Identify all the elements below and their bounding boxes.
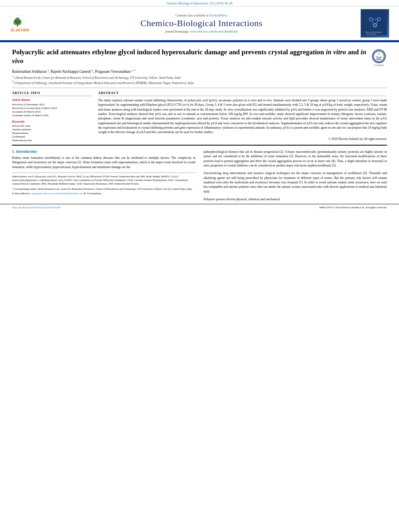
- divider-1: [12, 88, 387, 88]
- crossmark-icon: ✓ Cross Mark: [372, 49, 386, 63]
- email-link-2[interactable]: pvishwanath@yahoo.com: [56, 192, 83, 195]
- svg-text:✓: ✓: [378, 52, 380, 55]
- elsevier-logo-area: ELSEVIER: [8, 9, 44, 38]
- abstract-text: The study explores calcium oxalate cryst…: [98, 98, 387, 134]
- article-info-heading: ARTICLE INFO: [12, 91, 93, 96]
- svg-text:Mark: Mark: [376, 58, 381, 60]
- elsevier-logo: ELSEVIER: [9, 14, 43, 33]
- accepted-date: Accepted 20 March 2016: [12, 110, 93, 113]
- article-main: Polyacrylic acid attenuates ethylene gly…: [0, 42, 399, 146]
- keyword-2: Anionic polymer: [12, 128, 93, 131]
- affiliation-b: b b Department of Pathology, Jawaharlal …: [12, 80, 387, 85]
- section-1-heading: 1. Introduction: [12, 150, 195, 154]
- abstract-heading: ABSTRACT: [98, 91, 387, 96]
- footer-bar: http://dx.doi.org/10.1016/j.cbi.2016.03.…: [0, 204, 399, 210]
- svg-text:ELSEVIER: ELSEVIER: [11, 28, 29, 32]
- keyword-4: Urolithiasis: [12, 135, 93, 138]
- doi-link[interactable]: http://dx.doi.org/10.1016/j.cbi.2016.03.…: [12, 206, 61, 209]
- journal-logo-box: Chemico-Biological Interactions: [360, 9, 389, 38]
- journal-header-center: Contents lists available at ScienceDirec…: [48, 9, 355, 38]
- body-col-left: 1. Introduction Kidney stone formation (…: [12, 150, 195, 201]
- email-note: E-mail addresses: pragasam.v@vit.ac.in, …: [12, 191, 195, 195]
- contents-available-line: Contents lists available at ScienceDirec…: [176, 14, 228, 17]
- body-col-right-text-2: Unconvincing drug interventions and inva…: [204, 171, 387, 193]
- article-info-col: ARTICLE INFO Article history: Received 2…: [12, 91, 93, 142]
- corresponding-note: * Corresponding author. Renal Research L…: [12, 187, 195, 191]
- keyword-5: Nephroprotection: [12, 139, 93, 142]
- abbreviations-note: Abbreviations: pAA, Polyacrylic acid; EG…: [12, 175, 195, 185]
- crossmark-label: CrossMark: [374, 64, 385, 66]
- sciencedirect-link[interactable]: ScienceDirect: [210, 14, 228, 17]
- journal-logo-area: Chemico-Biological Interactions: [359, 9, 391, 38]
- footer-issn: 0009-2797/© 2016 Elsevier Ireland Ltd. A…: [319, 206, 387, 209]
- journal-logo-svg: Chemico-Biological Interactions: [363, 11, 387, 35]
- svg-text:Interactions: Interactions: [366, 33, 376, 35]
- homepage-url[interactable]: www.elsevier.com/locate/chembioint: [190, 30, 238, 33]
- body-col-left-text: Kidney stone formation (urolithiasis) is…: [12, 156, 195, 169]
- keyword-1: Polyacrylic acid: [12, 124, 93, 127]
- received-date: Received 25 December 2015: [12, 103, 93, 106]
- revised-date: Received in revised form 4 March 2016: [12, 107, 93, 110]
- keyword-3: Hyperoxaluria: [12, 131, 93, 135]
- body-col-right-text: pathophysiological features that aid in …: [204, 150, 387, 168]
- journal-citation: Chemico-Biological Interactions 252 (201…: [167, 2, 232, 5]
- authors-line: Badrinathan Sridharan a, Rajesh Nachiapp…: [12, 69, 387, 74]
- abstract-col: ABSTRACT The study explores calcium oxal…: [98, 91, 387, 142]
- history-label: Article history:: [12, 98, 93, 102]
- body-col-right: pathophysiological features that aid in …: [204, 150, 387, 201]
- svg-rect-4: [16, 23, 18, 26]
- footnote-area: Abbreviations: pAA, Polyacrylic acid; EG…: [12, 173, 195, 195]
- body-col-right-text-3: Polymers possess diverse physical, chemi…: [204, 197, 387, 201]
- body-section: 1. Introduction Kidney stone formation (…: [0, 146, 399, 201]
- journal-bar: Chemico-Biological Interactions 252 (201…: [0, 0, 399, 6]
- article-info-abstract-cols: ARTICLE INFO Article history: Received 2…: [12, 91, 387, 142]
- crossmark-badge[interactable]: ✓ Cross Mark CrossMark: [371, 49, 387, 66]
- affiliation-a: a a Renal Research Lab, Centre for Biome…: [12, 75, 387, 80]
- keywords-label: Keywords:: [12, 120, 93, 123]
- article-title: Polyacrylic acid attenuates ethylene gly…: [12, 48, 367, 66]
- article-title-row: Polyacrylic acid attenuates ethylene gly…: [12, 48, 387, 66]
- copyright-line: © 2016 Elsevier Ireland Ltd. All rights …: [98, 137, 387, 141]
- journal-homepage: journal homepage: www.elsevier.com/locat…: [165, 30, 238, 33]
- journal-title: Chemico-Biological Interactions: [140, 18, 262, 29]
- body-two-col: 1. Introduction Kidney stone formation (…: [12, 150, 387, 201]
- journal-header: ELSEVIER Contents lists available at Sci…: [0, 6, 399, 41]
- online-date: Available online 24 March 2016: [12, 114, 93, 117]
- email-link-1[interactable]: pragasam.v@vit.ac.in: [32, 192, 55, 195]
